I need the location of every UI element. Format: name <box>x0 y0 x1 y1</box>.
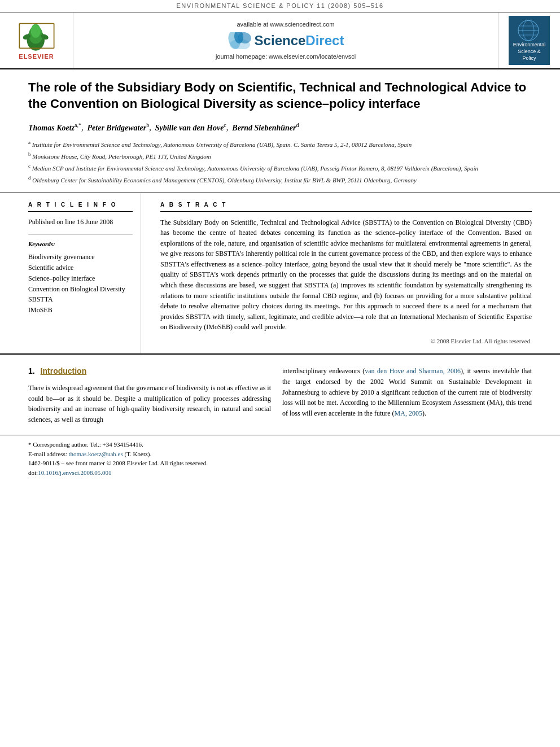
keyword-4: Convention on Biological Diversity <box>28 285 133 294</box>
article-info-header: A R T I C L E I N F O <box>28 201 133 212</box>
affiliations: a Institute for Environmental Science an… <box>28 139 532 185</box>
header-center: available at www.sciencedirect.com Scien… <box>73 12 498 68</box>
keywords-label: Keywords: <box>28 239 133 249</box>
elsevier-tree-icon <box>17 20 56 51</box>
footnote-email: E-mail address: thomas.koetz@uab.es (T. … <box>28 449 532 459</box>
right-logo-line3: Policy <box>513 55 546 62</box>
footnote-section: * Corresponding author. Tel.: +34 934154… <box>0 435 560 482</box>
abstract-header: A B S T R A C T <box>160 201 532 212</box>
svg-point-3 <box>30 24 41 38</box>
sciencedirect-text: ScienceDirect <box>255 31 344 50</box>
journal-citation: Environmental Science & Policy 11 (2008)… <box>176 2 383 9</box>
footnote-doi-line1: 1462-9011/$ – see front matter © 2008 El… <box>28 458 532 468</box>
author-3: Sybille van den Hove <box>155 123 224 132</box>
article-info-col: A R T I C L E I N F O Published on line … <box>28 193 141 354</box>
intro-left-para: There is widespread agreement that the g… <box>28 383 271 425</box>
info-abstract-row: A R T I C L E I N F O Published on line … <box>0 193 560 355</box>
available-text: available at www.sciencedirect.com <box>237 20 334 29</box>
authors-line: Thomas Koetza,*, Peter Bridgewaterb, Syb… <box>28 121 532 133</box>
affil-1-text: Institute for Environmental Science and … <box>32 141 412 148</box>
doi-link[interactable]: 10.1016/j.envsci.2008.05.001 <box>38 469 111 476</box>
footnote-email-link[interactable]: thomas.koetz@uab.es <box>68 451 123 457</box>
affil-2: b Monkstone House, City Road, Peterborou… <box>28 151 532 161</box>
affil-4-super: d <box>28 175 31 181</box>
abstract-col: A B S T R A C T The Subsidiary Body on S… <box>152 193 532 354</box>
keyword-6: IMoSEB <box>28 305 133 315</box>
author-4-super: d <box>296 122 299 128</box>
ref-ma-2005[interactable]: MA, 2005 <box>395 409 422 417</box>
affil-2-text: Monkstone House, City Road, Peterborough… <box>32 153 211 160</box>
affil-3-text: Median SCP and Institute for Environment… <box>32 165 478 172</box>
author-2: Peter Bridgewater <box>88 123 147 132</box>
elsevier-logo: ELSEVIER <box>0 12 73 68</box>
author-2-super: b <box>146 122 149 128</box>
journal-homepage: journal homepage: www.elsevier.com/locat… <box>216 53 356 61</box>
sciencedirect-logo: ScienceDirect <box>228 31 344 50</box>
author-1-super: a,* <box>75 122 81 128</box>
globe-icon <box>513 19 544 42</box>
affil-3: c Median SCP and Institute for Environme… <box>28 163 532 173</box>
intro-right-para: interdisciplinary endeavours (van den Ho… <box>282 366 532 418</box>
keyword-2: Scientific advice <box>28 263 133 273</box>
author-3-super: c <box>224 122 226 128</box>
keyword-3: Science–policy interface <box>28 274 133 283</box>
footnote-doi-line2: doi:10.1016/j.envsci.2008.05.001 <box>28 468 532 478</box>
journal-logo-box: Environmental Science & Policy <box>509 16 550 65</box>
body-section: 1. Introduction There is widespread agre… <box>0 355 560 429</box>
affil-3-super: c <box>28 163 30 169</box>
keyword-1: Biodiversity governance <box>28 252 133 262</box>
section-1-title: Introduction <box>41 366 87 375</box>
journal-logo-right: Environmental Science & Policy <box>498 12 560 68</box>
article-title: The role of the Subsidiary Body on Scien… <box>28 80 532 112</box>
affil-2-super: b <box>28 151 31 157</box>
journal-header: ELSEVIER available at www.sciencedirect.… <box>0 12 560 69</box>
section-1-heading: 1. Introduction <box>28 366 271 377</box>
body-left-col: 1. Introduction There is widespread agre… <box>28 355 271 429</box>
keywords-label-text: Keywords: <box>28 241 55 247</box>
page-wrapper: Environmental Science & Policy 11 (2008)… <box>0 0 560 482</box>
section-1-num: 1. <box>28 366 35 375</box>
author-1: Thomas Koetz <box>28 123 75 132</box>
body-right-col: interdisciplinary endeavours (van den Ho… <box>282 355 532 429</box>
affil-1: a Institute for Environmental Science an… <box>28 139 532 149</box>
keyword-5: SBSTTA <box>28 295 133 304</box>
footnote-corresponding: * Corresponding author. Tel.: +34 934154… <box>28 440 532 449</box>
journal-top-bar: Environmental Science & Policy 11 (2008)… <box>0 0 560 12</box>
sd-leaf-icon <box>228 32 252 49</box>
right-logo-line2: Science & <box>513 49 546 55</box>
abstract-text: The Subsidiary Body on Scientific, Techn… <box>160 217 532 333</box>
affil-4: d Oldenburg Center for Sustainability Ec… <box>28 174 532 185</box>
affil-1-super: a <box>28 139 30 145</box>
elsevier-label: ELSEVIER <box>19 53 54 61</box>
article-title-section: The role of the Subsidiary Body on Scien… <box>0 69 560 193</box>
published-date: Published on line 16 June 2008 <box>28 217 133 227</box>
copyright-line: © 2008 Elsevier Ltd. All rights reserved… <box>160 337 532 346</box>
author-4: Bernd Siebenhüner <box>232 123 296 132</box>
ref-van-den-hove[interactable]: van den Hove and Sharman, 2006 <box>365 367 461 375</box>
affil-4-text: Oldenburg Center for Sustainability Econ… <box>32 177 417 184</box>
right-logo-line1: Environmental <box>513 42 546 49</box>
